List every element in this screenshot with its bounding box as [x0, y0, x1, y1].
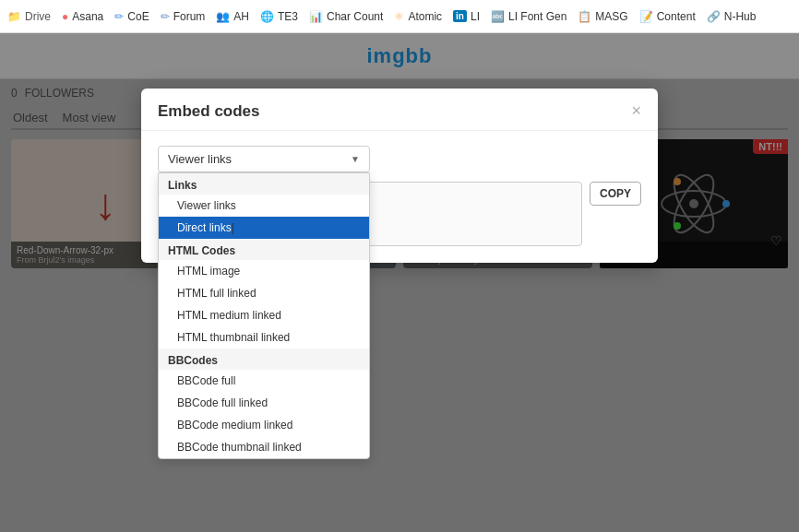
nav-asana-label: Asana	[72, 10, 103, 23]
dropdown-item-html-thumbnail-linked[interactable]: HTML thumbnail linked	[159, 326, 369, 349]
dropdown-item-bbcode-full-linked[interactable]: BBCode full linked	[159, 392, 369, 414]
nav-atomic-label: Atomic	[408, 10, 442, 23]
nav-drive[interactable]: 📁 Drive	[7, 10, 51, 23]
nav-li-label: LI	[471, 10, 480, 23]
nav-lifontgen-label: LI Font Gen	[508, 10, 566, 23]
nav-content[interactable]: 📝 Content	[639, 10, 696, 23]
content-icon: 📝	[639, 10, 653, 23]
nav-ah[interactable]: 👥 AH	[216, 10, 249, 23]
nav-asana[interactable]: ● Asana	[62, 10, 103, 23]
nav-nhub-label: N-Hub	[724, 10, 757, 23]
dropdown-group-html: HTML Codes	[159, 239, 369, 260]
dropdown-group-links: Links	[159, 173, 369, 195]
text-cursor	[233, 223, 233, 234]
masg-icon: 📋	[578, 10, 591, 23]
nav-nhub[interactable]: 🔗 N-Hub	[707, 10, 757, 23]
nav-ah-label: AH	[233, 10, 249, 23]
forum-icon: ✏	[161, 10, 170, 23]
dropdown-item-bbcode-thumbnail-linked[interactable]: BBCode thumbnail linked	[159, 436, 369, 458]
modal-overlay: Embed codes × Viewer links ▼ Links Viewe…	[0, 33, 799, 532]
nav-masg-label: MASG	[595, 10, 627, 23]
lifontgen-icon: 🔤	[491, 10, 505, 23]
asana-icon: ●	[62, 10, 68, 23]
drive-icon: 📁	[7, 10, 21, 23]
dropdown-item-bbcode-full[interactable]: BBCode full	[159, 370, 369, 392]
atomic-icon: ⚛	[394, 10, 404, 23]
nav-te3-label: TE3	[278, 10, 298, 23]
dropdown-list: Links Viewer links Direct links HTML Cod…	[158, 172, 370, 459]
dropdown-item-html-medium-linked[interactable]: HTML medium linked	[159, 304, 369, 326]
nav-masg[interactable]: 📋 MASG	[578, 10, 627, 23]
modal-close-button[interactable]: ×	[631, 101, 641, 121]
nav-coe[interactable]: ✏ CoE	[114, 10, 149, 23]
ah-icon: 👥	[216, 10, 230, 23]
nav-content-label: Content	[657, 10, 696, 23]
dropdown-item-html-full-linked[interactable]: HTML full linked	[159, 282, 369, 304]
dropdown-item-direct-links[interactable]: Direct links	[159, 217, 369, 239]
dropdown-item-html-image[interactable]: HTML image	[159, 260, 369, 282]
dropdown-item-viewer-links[interactable]: Viewer links	[159, 195, 369, 217]
dropdown-item-bbcode-medium-linked[interactable]: BBCode medium linked	[159, 414, 369, 436]
li-icon: in	[453, 10, 467, 22]
chevron-down-icon: ▼	[351, 154, 360, 164]
nav-forum-label: Forum	[173, 10, 206, 23]
embed-codes-modal: Embed codes × Viewer links ▼ Links Viewe…	[141, 89, 658, 263]
select-value: Viewer links	[168, 152, 232, 166]
dropdown-group-bbcodes: BBCodes	[159, 349, 369, 370]
nav-li[interactable]: in LI	[453, 10, 480, 23]
nav-te3[interactable]: 🌐 TE3	[260, 10, 298, 23]
nav-forum[interactable]: ✏ Forum	[161, 10, 206, 23]
nav-atomic[interactable]: ⚛ Atomic	[394, 10, 442, 23]
nav-coe-label: CoE	[127, 10, 149, 23]
embed-type-select[interactable]: Viewer links ▼	[158, 146, 370, 172]
modal-header: Embed codes ×	[141, 89, 658, 131]
nhub-icon: 🔗	[707, 10, 721, 23]
coe-icon: ✏	[114, 10, 124, 23]
te3-icon: 🌐	[260, 10, 274, 23]
main-area: imgbb 0 FOLLOWERS Oldest Most view ↓ Red…	[0, 33, 799, 532]
embed-type-select-wrapper: Viewer links ▼ Links Viewer links Direct…	[158, 146, 370, 172]
modal-body: Viewer links ▼ Links Viewer links Direct…	[141, 131, 658, 263]
top-navigation: 📁 Drive ● Asana ✏ CoE ✏ Forum 👥 AH 🌐 TE3…	[0, 0, 799, 33]
charcount-icon: 📊	[309, 10, 323, 23]
copy-button[interactable]: COPY	[590, 182, 641, 206]
modal-title: Embed codes	[158, 102, 260, 121]
nav-lifontgen[interactable]: 🔤 LI Font Gen	[491, 10, 566, 23]
nav-charcount-label: Char Count	[327, 10, 383, 23]
nav-charcount[interactable]: 📊 Char Count	[309, 10, 383, 23]
nav-drive-label: Drive	[25, 10, 51, 23]
